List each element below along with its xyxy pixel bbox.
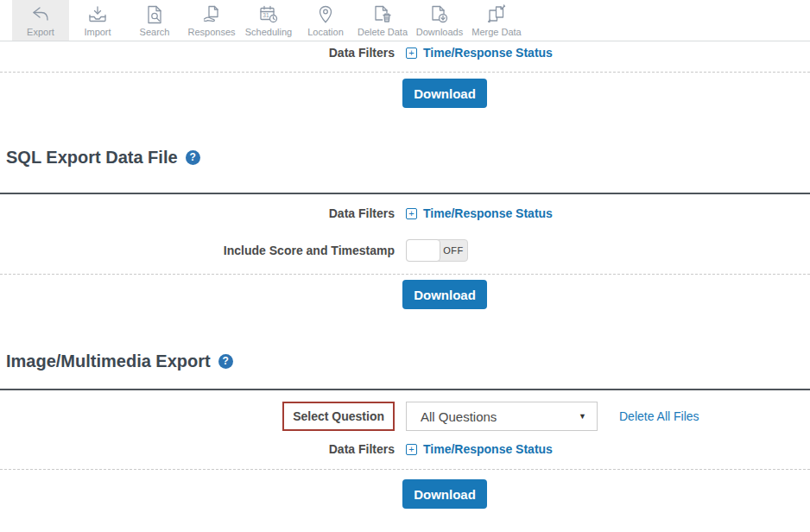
data-filters-row: Data Filters + Time/Response Status	[0, 206, 810, 221]
toggle-state-label: OFF	[440, 240, 467, 261]
merge-data-icon	[485, 3, 508, 26]
select-question-row: Select Question All Questions ▼ Delete A…	[0, 402, 810, 431]
toolbar-item-label: Search	[140, 27, 170, 37]
download-button[interactable]: Download	[402, 479, 487, 509]
data-filters-label: Data Filters	[0, 441, 395, 457]
time-response-status-link[interactable]: Time/Response Status	[423, 206, 553, 221]
toolbar-item-label: Delete Data	[358, 27, 408, 37]
toolbar-item-label: Export	[27, 27, 54, 37]
toolbar-item-label: Responses	[187, 27, 235, 37]
sql-export-title-row: SQL Export Data File ?	[0, 148, 810, 167]
time-response-status-link[interactable]: Time/Response Status	[423, 45, 553, 60]
toolbar-item-label: Merge Data	[471, 27, 521, 37]
help-icon[interactable]: ?	[186, 150, 200, 165]
media-export-title-row: Image/Multimedia Export ?	[0, 352, 810, 370]
toolbar-item-location[interactable]: Location	[297, 0, 354, 41]
toolbar-item-label: Location	[307, 27, 344, 37]
data-filters-label: Data Filters	[0, 206, 395, 221]
media-export-panel: Select Question All Questions ▼ Delete A…	[0, 389, 810, 509]
dashed-divider	[0, 72, 810, 73]
include-score-toggle[interactable]: OFF	[406, 239, 468, 262]
toolbar-item-import[interactable]: Import	[69, 0, 126, 41]
help-icon[interactable]: ?	[218, 354, 233, 369]
question-select-value: All Questions	[421, 409, 497, 424]
scheduling-icon: 31	[257, 3, 280, 26]
export-icon	[29, 3, 52, 26]
data-filters-label: Data Filters	[0, 45, 395, 60]
toolbar-item-responses[interactable]: Responses	[183, 0, 240, 41]
responses-icon	[200, 3, 223, 26]
data-filters-row: Data Filters + Time/Response Status	[0, 441, 810, 457]
toolbar: ExportImportSearchResponses31SchedulingL…	[0, 0, 810, 41]
media-export-title: Image/Multimedia Export	[6, 352, 211, 370]
toolbar-item-label: Import	[84, 27, 111, 37]
location-icon	[314, 3, 337, 26]
toolbar-item-export[interactable]: Export	[12, 0, 69, 41]
svg-text:31: 31	[263, 12, 269, 18]
delete-data-icon	[371, 3, 394, 26]
expand-plus-icon[interactable]: +	[406, 444, 417, 455]
expand-plus-icon[interactable]: +	[406, 208, 417, 219]
toolbar-item-scheduling[interactable]: 31Scheduling	[240, 0, 297, 41]
download-button[interactable]: Download	[402, 79, 487, 108]
toolbar-item-label: Scheduling	[245, 27, 292, 37]
download-button[interactable]: Download	[402, 280, 487, 309]
dashed-divider	[0, 469, 810, 470]
sql-export-panel: Data Filters + Time/Response Status Incl…	[0, 193, 810, 309]
include-score-row: Include Score and Timestamp OFF	[0, 239, 810, 262]
downloads-icon	[428, 3, 451, 26]
chevron-down-icon: ▼	[579, 412, 586, 421]
toolbar-item-search[interactable]: Search	[126, 0, 183, 41]
toolbar-item-delete-data[interactable]: Delete Data	[354, 0, 411, 41]
question-select[interactable]: All Questions ▼	[406, 402, 598, 431]
data-filters-row: Data Filters + Time/Response Status	[0, 45, 810, 60]
dashed-divider	[0, 274, 810, 275]
top-export-panel: Data Filters + Time/Response Status Down…	[0, 41, 810, 108]
sql-export-title: SQL Export Data File	[6, 148, 178, 167]
toolbar-item-label: Downloads	[416, 27, 463, 37]
delete-all-files-link[interactable]: Delete All Files	[619, 409, 699, 423]
select-question-label-highlighted: Select Question	[282, 402, 395, 431]
include-score-label: Include Score and Timestamp	[0, 243, 395, 258]
expand-plus-icon[interactable]: +	[406, 48, 417, 59]
toolbar-item-merge-data[interactable]: Merge Data	[468, 0, 525, 41]
import-icon	[86, 3, 109, 26]
toggle-knob	[406, 239, 440, 262]
time-response-status-link[interactable]: Time/Response Status	[423, 441, 553, 457]
search-icon	[143, 3, 166, 26]
toolbar-item-downloads[interactable]: Downloads	[411, 0, 468, 41]
